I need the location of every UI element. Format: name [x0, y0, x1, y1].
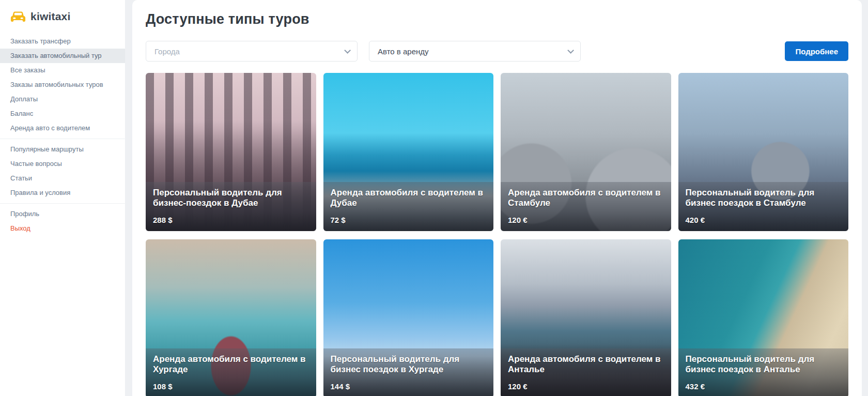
page-title: Доступные типы туров: [146, 11, 848, 27]
card-title: Аренда автомобиля с водителем в Дубае: [331, 188, 487, 209]
card-price: 432 €: [686, 382, 842, 391]
tour-card[interactable]: Аренда автомобиля с водителем в Анталье …: [501, 239, 671, 396]
card-price: 420 €: [686, 216, 842, 224]
main-panel: Доступные типы туров Города Авто в аренд…: [132, 0, 862, 396]
tour-card[interactable]: Персональный водитель для бизнес поездок…: [678, 73, 849, 231]
tour-card[interactable]: Аренда автомобиля с водителем в Хургаде …: [146, 239, 316, 396]
card-title: Персональный водитель для бизнес поездок…: [686, 354, 842, 375]
cities-select-placeholder: Города: [154, 47, 344, 56]
card-price: 288 $: [153, 216, 309, 224]
card-caption: Аренда автомобиля с водителем в Дубае 72…: [323, 182, 494, 231]
chevron-down-icon: [344, 47, 351, 54]
sidebar-item-profile[interactable]: Профиль: [0, 207, 125, 221]
sidebar-group-account: Профиль Выход: [0, 203, 125, 239]
sidebar-item-terms[interactable]: Правила и условия: [0, 186, 125, 200]
card-price: 72 $: [331, 216, 487, 224]
card-title: Аренда автомобиля с водителем в Стамбуле: [508, 188, 664, 209]
tour-type-select-value: Авто в аренду: [378, 47, 567, 56]
sidebar-item-logout[interactable]: Выход: [0, 221, 125, 236]
card-caption: Аренда автомобиля с водителем в Стамбуле…: [501, 182, 671, 231]
sidebar-group-info: Популярные маршруты Частые вопросы Стать…: [0, 139, 125, 203]
card-caption: Аренда автомобиля с водителем в Анталье …: [501, 348, 671, 396]
card-caption: Персональный водитель для бизнес-поездок…: [146, 182, 316, 231]
tour-type-select[interactable]: Авто в аренду: [369, 41, 581, 62]
main-wrapper: Доступные типы туров Города Авто в аренд…: [125, 0, 868, 396]
card-price: 108 $: [153, 382, 309, 391]
card-title: Персональный водитель для бизнес поездок…: [331, 354, 487, 375]
details-button[interactable]: Подробнее: [785, 41, 848, 61]
logo[interactable]: kiwitaxi: [0, 7, 125, 31]
sidebar: kiwitaxi Заказать трансфер Заказать авто…: [0, 0, 125, 396]
sidebar-group-orders: Заказать трансфер Заказать автомобильный…: [0, 31, 125, 139]
tour-card[interactable]: Аренда автомобиля с водителем в Стамбуле…: [501, 73, 671, 231]
sidebar-item-order-car-tour[interactable]: Заказать автомобильный тур: [0, 49, 125, 63]
card-title: Персональный водитель для бизнес-поездок…: [153, 188, 309, 209]
card-caption: Персональный водитель для бизнес поездок…: [323, 348, 494, 396]
tour-card[interactable]: Аренда автомобиля с водителем в Дубае 72…: [323, 73, 494, 231]
logo-text: kiwitaxi: [30, 10, 70, 23]
card-caption: Аренда автомобиля с водителем в Хургаде …: [146, 348, 316, 396]
sidebar-item-order-transfer[interactable]: Заказать трансфер: [0, 34, 125, 49]
cities-select[interactable]: Города: [146, 41, 358, 62]
card-price: 120 €: [508, 382, 664, 391]
sidebar-item-balance[interactable]: Баланс: [0, 106, 125, 121]
card-caption: Персональный водитель для бизнес поездок…: [678, 348, 849, 396]
sidebar-item-surcharges[interactable]: Доплаты: [0, 92, 125, 106]
card-price: 120 €: [508, 216, 664, 224]
sidebar-item-rent-with-driver[interactable]: Аренда авто с водителем: [0, 121, 125, 135]
taxi-icon: [10, 11, 26, 23]
sidebar-item-all-orders[interactable]: Все заказы: [0, 63, 125, 78]
chevron-down-icon: [567, 47, 574, 54]
tour-card[interactable]: Персональный водитель для бизнес поездок…: [323, 239, 494, 396]
sidebar-item-popular-routes[interactable]: Популярные маршруты: [0, 142, 125, 157]
card-caption: Персональный водитель для бизнес поездок…: [678, 182, 849, 231]
sidebar-item-articles[interactable]: Статьи: [0, 171, 125, 186]
card-title: Аренда автомобиля с водителем в Хургаде: [153, 354, 309, 375]
sidebar-item-car-tour-orders[interactable]: Заказы автомобильных туров: [0, 78, 125, 92]
tour-card[interactable]: Персональный водитель для бизнес поездок…: [678, 239, 849, 396]
tour-card[interactable]: Персональный водитель для бизнес-поездок…: [146, 73, 316, 231]
card-title: Персональный водитель для бизнес поездок…: [686, 188, 842, 209]
card-title: Аренда автомобиля с водителем в Анталье: [508, 354, 664, 375]
tour-cards-grid: Персональный водитель для бизнес-поездок…: [146, 73, 848, 396]
card-price: 144 $: [331, 382, 487, 391]
filters-row: Города Авто в аренду Подробнее: [146, 41, 848, 62]
sidebar-item-faq[interactable]: Частые вопросы: [0, 157, 125, 171]
